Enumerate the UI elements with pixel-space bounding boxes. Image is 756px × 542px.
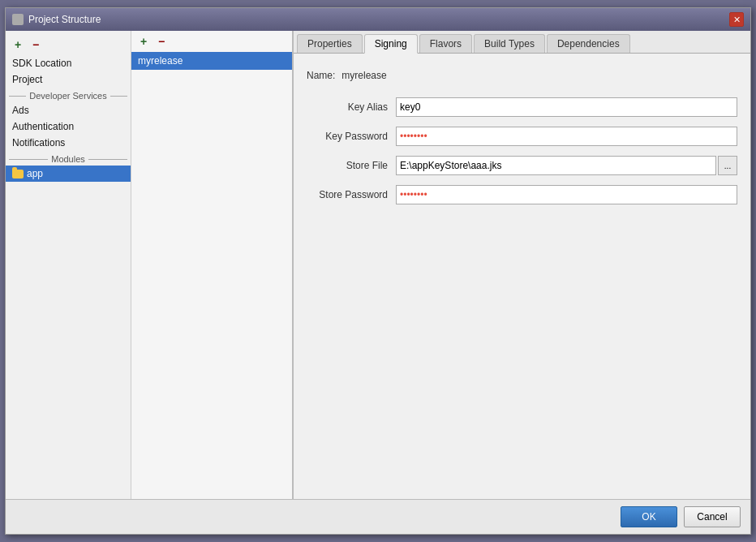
tab-flavors[interactable]: Flavors (419, 34, 472, 53)
sidebar-item-ads[interactable]: Ads (6, 102, 131, 118)
key-password-label: Key Password (307, 131, 396, 142)
key-alias-row: Key Alias (307, 97, 737, 117)
key-alias-input[interactable] (396, 97, 737, 117)
name-label: Name: (307, 70, 335, 81)
signing-config-list: myrelease (131, 52, 292, 499)
titlebar: Project Structure ✕ (6, 8, 750, 31)
ok-button[interactable]: OK (621, 506, 677, 527)
sidebar-item-app-label: app (27, 168, 43, 179)
dialog-footer: OK Cancel (6, 499, 750, 534)
modules-section: Modules (6, 151, 131, 166)
close-button[interactable]: ✕ (729, 12, 744, 27)
name-row: Name: myrelease (307, 67, 737, 84)
main-content: Properties Signing Flavors Build Types D… (294, 31, 750, 499)
cancel-button[interactable]: Cancel (684, 506, 741, 527)
center-remove-button[interactable]: − (154, 34, 169, 49)
key-password-input[interactable] (396, 127, 737, 146)
sidebar: + − SDK Location Project Developer Servi… (6, 31, 131, 499)
center-add-button[interactable]: + (136, 34, 151, 49)
project-structure-dialog: Project Structure ✕ + − SDK Location Pro… (5, 7, 751, 535)
sidebar-item-sdk-location[interactable]: SDK Location (6, 55, 131, 71)
sidebar-toolbar: + − (6, 34, 131, 55)
store-file-label: Store File (307, 160, 396, 171)
store-password-row: Store Password (307, 185, 737, 204)
titlebar-left: Project Structure (12, 14, 101, 25)
sidebar-add-button[interactable]: + (11, 37, 25, 52)
signing-config-myrelease[interactable]: myrelease (131, 52, 292, 70)
center-toolbar: + − (131, 31, 292, 52)
store-file-field-group: ... (396, 156, 737, 175)
store-password-input[interactable] (396, 185, 737, 204)
sidebar-item-authentication[interactable]: Authentication (6, 118, 131, 135)
sidebar-item-app[interactable]: app (6, 166, 131, 182)
tab-signing[interactable]: Signing (364, 34, 418, 54)
sidebar-item-project[interactable]: Project (6, 71, 131, 88)
sidebar-item-notifications[interactable]: Notifications (6, 135, 131, 151)
browse-button[interactable]: ... (718, 156, 737, 175)
store-password-label: Store Password (307, 189, 396, 200)
dialog-body: + − SDK Location Project Developer Servi… (6, 31, 750, 499)
titlebar-title: Project Structure (28, 14, 101, 25)
folder-icon (12, 170, 24, 179)
content-area: Name: myrelease Key Alias Key Password S… (294, 54, 750, 499)
tab-bar: Properties Signing Flavors Build Types D… (294, 31, 750, 54)
name-value: myrelease (341, 70, 386, 81)
key-password-row: Key Password (307, 127, 737, 146)
sidebar-remove-button[interactable]: − (28, 37, 43, 52)
store-file-input[interactable] (396, 156, 716, 175)
developer-services-section: Developer Services (6, 88, 131, 102)
tab-build-types[interactable]: Build Types (474, 34, 545, 53)
tab-properties[interactable]: Properties (297, 34, 363, 53)
center-panel: + − myrelease (131, 31, 294, 499)
app-icon (12, 14, 24, 25)
store-file-row: Store File ... (307, 156, 737, 175)
tab-dependencies[interactable]: Dependencies (547, 34, 630, 53)
key-alias-label: Key Alias (307, 101, 396, 113)
